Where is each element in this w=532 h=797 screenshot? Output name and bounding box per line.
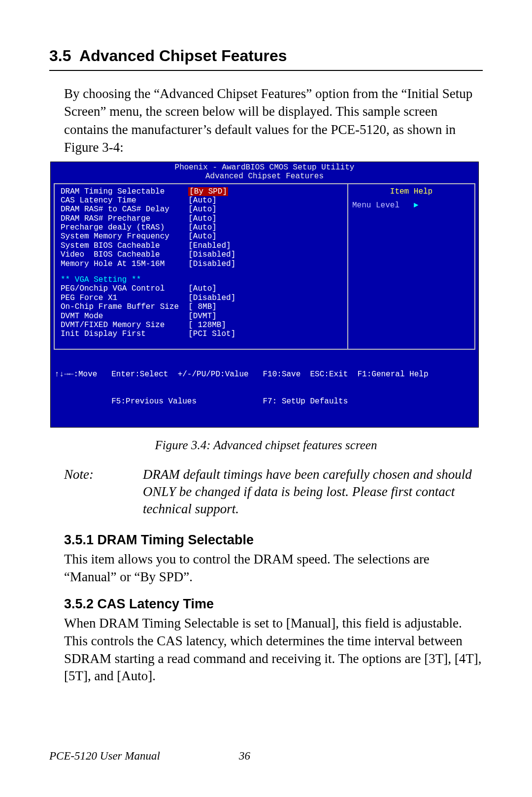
bios-setting-row: DRAM RAS# to CAS# Delay [Auto] xyxy=(61,205,343,214)
bios-setting-row: System Memory Frequency [Auto] xyxy=(61,232,343,241)
bios-setting-value: [Auto] xyxy=(188,284,217,293)
bios-setting-value: [ 128MB] xyxy=(188,321,226,330)
intro-paragraph: By choosing the “Advanced Chipset Featur… xyxy=(64,85,483,157)
footer-page-number: 36 xyxy=(239,750,250,763)
bios-footer: ↑↓→←:Move Enter:Select +/-/PU/PD:Value F… xyxy=(51,350,478,427)
bios-subtitle: Advanced Chipset Features xyxy=(51,172,478,183)
bios-setting-value: [DVMT] xyxy=(188,312,217,321)
bios-setting-label: Init Display First xyxy=(61,330,188,338)
bios-setting-row: Video BIOS Cacheable [Disabled] xyxy=(61,250,343,259)
bios-setting-row: System BIOS Cacheable [Enabled] xyxy=(61,241,343,250)
bios-setting-label: DVMT/FIXED Memory Size xyxy=(61,321,188,330)
item-help-label: Item Help xyxy=(352,187,470,196)
bios-setting-row: Init Display First [PCI Slot] xyxy=(61,330,343,338)
page-footer: PCE-5120 User Manual 36 xyxy=(49,750,483,763)
bios-setting-row: DVMT/FIXED Memory Size [ 128MB] xyxy=(61,321,343,330)
bios-settings-pane: DRAM Timing Selectable [By SPD]CAS Laten… xyxy=(54,183,347,350)
bios-setting-row: CAS Latency Time [Auto] xyxy=(61,196,343,205)
bios-setting-label: PEG/Onchip VGA Control xyxy=(61,284,188,293)
bios-vga-header: ** VGA Setting ** xyxy=(61,275,343,284)
bios-footer-line2: F5:Previous Values F7: SetUp Defaults xyxy=(55,397,474,406)
bios-setting-value: [PCI Slot] xyxy=(188,330,235,338)
note-body: DRAM default timings have been carefully… xyxy=(143,466,483,518)
section-title: Advanced Chipset Features xyxy=(79,47,287,65)
subsection-body-2: When DRAM Timing Selectable is set to [M… xyxy=(64,615,483,685)
bios-setting-row: Precharge dealy (tRAS) [Auto] xyxy=(61,223,343,232)
menu-level-row: Menu Level ► xyxy=(352,201,470,210)
bios-setting-value: [Disabled] xyxy=(188,294,235,302)
note-block: Note: DRAM default timings have been car… xyxy=(64,466,483,518)
subsection-heading-1: 3.5.1 DRAM Timing Selectable xyxy=(64,532,483,548)
bios-setting-label: Video BIOS Cacheable xyxy=(61,250,188,259)
chevron-right-icon: ► xyxy=(414,201,419,210)
bios-setting-row: Memory Hole At 15M-16M [Disabled] xyxy=(61,260,343,268)
bios-setting-value: [Auto] xyxy=(188,205,217,214)
bios-setting-label: DVMT Mode xyxy=(61,312,188,321)
bios-title: Phoenix - AwardBIOS CMOS Setup Utility xyxy=(51,162,478,172)
section-number: 3.5 xyxy=(49,47,71,65)
bios-setting-label: DRAM RAS# Precharge xyxy=(61,214,188,223)
bios-setting-value: [By SPD] xyxy=(188,187,228,196)
figure-caption: Figure 3.4: Advanced chipset features sc… xyxy=(49,438,483,452)
bios-setting-row: DVMT Mode [DVMT] xyxy=(61,312,343,321)
bios-setting-value: [Enabled] xyxy=(188,241,231,250)
bios-setting-label: Memory Hole At 15M-16M xyxy=(61,260,188,268)
bios-setting-value: [ 8MB] xyxy=(188,302,217,311)
bios-setting-value: [Auto] xyxy=(188,223,217,232)
section-heading: 3.5 Advanced Chipset Features xyxy=(49,47,483,71)
bios-setting-label: System Memory Frequency xyxy=(61,232,188,241)
bios-setting-label: Precharge dealy (tRAS) xyxy=(61,223,188,232)
bios-setting-row: PEG/Onchip VGA Control [Auto] xyxy=(61,284,343,293)
bios-setting-row: DRAM RAS# Precharge [Auto] xyxy=(61,214,343,223)
footer-manual-name: PCE-5120 User Manual xyxy=(49,750,160,762)
subsection-heading-2: 3.5.2 CAS Latency Time xyxy=(64,597,483,612)
bios-setting-row: PEG Force X1 [Disabled] xyxy=(61,294,343,302)
bios-setting-value: [Disabled] xyxy=(188,260,235,268)
bios-setting-row: On-Chip Frame Buffer Size [ 8MB] xyxy=(61,302,343,311)
note-label: Note: xyxy=(64,466,143,518)
bios-setting-value: [Auto] xyxy=(188,196,217,205)
bios-setting-value: [Disabled] xyxy=(188,250,235,259)
bios-screenshot: Phoenix - AwardBIOS CMOS Setup Utility A… xyxy=(50,162,479,428)
subsection-body-1: This item allows you to control the DRAM… xyxy=(64,551,483,586)
bios-setting-label: System BIOS Cacheable xyxy=(61,241,188,250)
bios-footer-line1: ↑↓→←:Move Enter:Select +/-/PU/PD:Value F… xyxy=(55,370,474,379)
bios-setting-label: DRAM Timing Selectable xyxy=(61,187,188,196)
bios-setting-label: CAS Latency Time xyxy=(61,196,188,205)
bios-setting-value: [Auto] xyxy=(188,232,217,241)
bios-setting-value: [Auto] xyxy=(188,214,217,223)
bios-setting-label: PEG Force X1 xyxy=(61,294,188,302)
bios-help-pane: Item Help Menu Level ► xyxy=(347,183,475,350)
bios-setting-label: DRAM RAS# to CAS# Delay xyxy=(61,205,188,214)
bios-setting-label: On-Chip Frame Buffer Size xyxy=(61,302,188,311)
bios-setting-row: DRAM Timing Selectable [By SPD] xyxy=(61,187,343,196)
